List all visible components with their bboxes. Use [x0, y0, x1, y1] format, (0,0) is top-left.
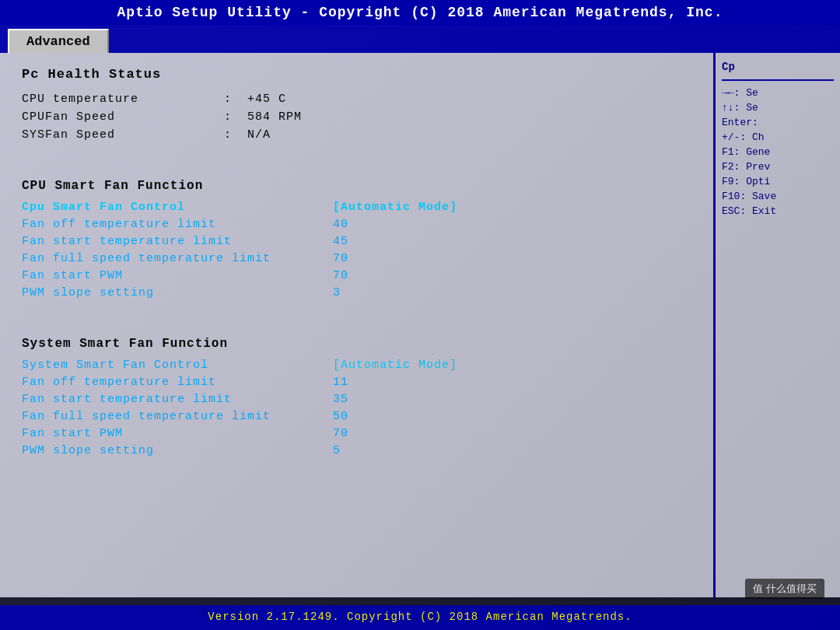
- sys-fan-control-value: [Automatic Mode]: [333, 359, 457, 372]
- tab-advanced[interactable]: Advanced: [8, 29, 109, 53]
- help-f2: F2: Prev: [722, 161, 834, 173]
- fan-full-temp-sys-value: 50: [333, 410, 348, 423]
- tab-bar: Advanced: [0, 25, 840, 53]
- fan-off-temp-cpu-label: Fan off temperature limit: [22, 218, 333, 231]
- fan-full-temp-sys-label: Fan full speed temperature limit: [22, 410, 333, 423]
- fan-off-temp-sys-row[interactable]: Fan off temperature limit 11: [22, 376, 691, 389]
- fan-off-temp-cpu-row[interactable]: Fan off temperature limit 40: [22, 218, 691, 231]
- fan-off-temp-sys-label: Fan off temperature limit: [22, 376, 333, 389]
- fan-off-temp-cpu-value: 40: [333, 218, 348, 231]
- pwm-slope-sys-label: PWM slope setting: [22, 444, 333, 457]
- help-nav-ud: ↑↓: Se: [722, 102, 834, 114]
- pwm-slope-cpu-row[interactable]: PWM slope setting 3: [22, 286, 691, 299]
- help-f10: F10: Save: [722, 191, 834, 202]
- cpu-fan-control-value: [Automatic Mode]: [333, 201, 457, 214]
- help-enter: Enter:: [722, 117, 834, 128]
- fan-start-pwm-sys-row[interactable]: Fan start PWM 70: [22, 427, 691, 440]
- separator-1: [22, 154, 691, 166]
- separator-2: [22, 312, 691, 324]
- sys-smart-fan-title: System Smart Fan Function: [22, 337, 691, 351]
- pwm-slope-cpu-value: 3: [333, 286, 341, 299]
- fan-start-temp-sys-value: 35: [333, 393, 348, 406]
- pwm-slope-sys-value: 5: [333, 444, 341, 457]
- fan-start-temp-cpu-label: Fan start temperature limit: [22, 235, 333, 248]
- pc-health-rows: CPU temperature : +45 C CPUFan Speed : 5…: [22, 93, 691, 142]
- help-esc: ESC: Exit: [722, 205, 834, 217]
- help-f9: F9: Opti: [722, 176, 834, 187]
- cpufan-value: : 584 RPM: [224, 110, 302, 124]
- sys-fan-control-label: System Smart Fan Control: [22, 359, 333, 372]
- right-panel-title: Cp: [722, 61, 834, 73]
- fan-start-temp-cpu-row[interactable]: Fan start temperature limit 45: [22, 235, 691, 248]
- cpu-temp-value: : +45 C: [224, 93, 286, 106]
- fan-start-pwm-cpu-row[interactable]: Fan start PWM 70: [22, 269, 691, 282]
- fan-full-temp-cpu-value: 70: [333, 252, 348, 265]
- pwm-slope-cpu-label: PWM slope setting: [22, 286, 333, 299]
- cpu-temp-row: CPU temperature : +45 C: [22, 93, 691, 106]
- pwm-slope-sys-row[interactable]: PWM slope setting 5: [22, 444, 691, 457]
- fan-full-temp-cpu-row[interactable]: Fan full speed temperature limit 70: [22, 252, 691, 265]
- fan-full-temp-cpu-label: Fan full speed temperature limit: [22, 252, 333, 265]
- fan-start-pwm-sys-label: Fan start PWM: [22, 427, 333, 440]
- right-panel: Cp →←: Se ↑↓: Se Enter: +/-: Ch F1: Gene…: [716, 53, 840, 597]
- fan-start-temp-sys-row[interactable]: Fan start temperature limit 35: [22, 393, 691, 406]
- pc-health-title: Pc Health Status: [22, 67, 691, 82]
- help-f1: F1: Gene: [722, 146, 834, 158]
- title-bar: Aptio Setup Utility - Copyright (C) 2018…: [0, 0, 840, 25]
- sysfan-value: : N/A: [224, 128, 271, 142]
- cpu-temp-label: CPU temperature: [22, 93, 224, 106]
- fan-start-temp-cpu-value: 45: [333, 235, 348, 248]
- sys-fan-control-row[interactable]: System Smart Fan Control [Automatic Mode…: [22, 359, 691, 372]
- fan-off-temp-sys-value: 11: [333, 376, 348, 389]
- sysfan-label: SYSFan Speed: [22, 128, 224, 142]
- cpufan-label: CPUFan Speed: [22, 110, 224, 124]
- fan-start-temp-sys-label: Fan start temperature limit: [22, 393, 333, 406]
- fan-start-pwm-cpu-value: 70: [333, 269, 348, 282]
- help-plusminus: +/-: Ch: [722, 131, 834, 143]
- cpu-fan-control-label: Cpu Smart Fan Control: [22, 201, 333, 214]
- fan-full-temp-sys-row[interactable]: Fan full speed temperature limit 50: [22, 410, 691, 423]
- cpu-smart-fan-title: CPU Smart Fan Function: [22, 179, 691, 193]
- watermark: 值 什么值得买: [745, 579, 824, 599]
- cpufan-row: CPUFan Speed : 584 RPM: [22, 110, 691, 124]
- fan-start-pwm-sys-value: 70: [333, 427, 348, 440]
- help-nav-lr: →←: Se: [722, 87, 834, 99]
- fan-start-pwm-cpu-label: Fan start PWM: [22, 269, 333, 282]
- help-divider: [722, 79, 834, 81]
- left-panel: Pc Health Status CPU temperature : +45 C…: [0, 53, 716, 597]
- bottom-bar: Version 2.17.1249. Copyright (C) 2018 Am…: [0, 605, 840, 630]
- cpu-fan-control-row[interactable]: Cpu Smart Fan Control [Automatic Mode]: [22, 201, 691, 214]
- sysfan-row: SYSFan Speed : N/A: [22, 128, 691, 142]
- main-area: Pc Health Status CPU temperature : +45 C…: [0, 53, 840, 597]
